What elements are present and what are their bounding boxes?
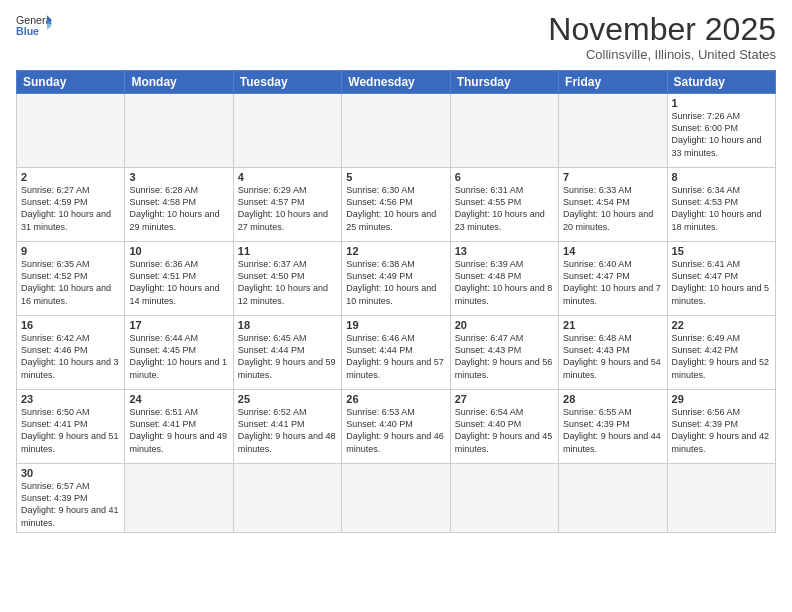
day-number: 11 xyxy=(238,245,337,257)
day-number: 28 xyxy=(563,393,662,405)
day-info: Sunrise: 6:28 AM Sunset: 4:58 PM Dayligh… xyxy=(129,184,228,233)
day-info: Sunrise: 6:37 AM Sunset: 4:50 PM Dayligh… xyxy=(238,258,337,307)
day-info: Sunrise: 6:34 AM Sunset: 4:53 PM Dayligh… xyxy=(672,184,771,233)
day-number: 26 xyxy=(346,393,445,405)
calendar-header-row: Sunday Monday Tuesday Wednesday Thursday… xyxy=(17,71,776,94)
table-row xyxy=(450,94,558,168)
day-number: 13 xyxy=(455,245,554,257)
table-row: 9Sunrise: 6:35 AM Sunset: 4:52 PM Daylig… xyxy=(17,242,125,316)
table-row: 28Sunrise: 6:55 AM Sunset: 4:39 PM Dayli… xyxy=(559,390,667,464)
table-row xyxy=(559,94,667,168)
day-info: Sunrise: 6:51 AM Sunset: 4:41 PM Dayligh… xyxy=(129,406,228,455)
day-number: 12 xyxy=(346,245,445,257)
day-info: Sunrise: 6:56 AM Sunset: 4:39 PM Dayligh… xyxy=(672,406,771,455)
table-row: 21Sunrise: 6:48 AM Sunset: 4:43 PM Dayli… xyxy=(559,316,667,390)
table-row: 18Sunrise: 6:45 AM Sunset: 4:44 PM Dayli… xyxy=(233,316,341,390)
table-row: 2Sunrise: 6:27 AM Sunset: 4:59 PM Daylig… xyxy=(17,168,125,242)
table-row: 16Sunrise: 6:42 AM Sunset: 4:46 PM Dayli… xyxy=(17,316,125,390)
day-number: 6 xyxy=(455,171,554,183)
general-blue-logo-icon: General Blue xyxy=(16,12,52,40)
table-row: 20Sunrise: 6:47 AM Sunset: 4:43 PM Dayli… xyxy=(450,316,558,390)
day-number: 8 xyxy=(672,171,771,183)
day-number: 25 xyxy=(238,393,337,405)
table-row: 1Sunrise: 7:26 AM Sunset: 6:00 PM Daylig… xyxy=(667,94,775,168)
day-info: Sunrise: 6:54 AM Sunset: 4:40 PM Dayligh… xyxy=(455,406,554,455)
calendar: Sunday Monday Tuesday Wednesday Thursday… xyxy=(16,70,776,533)
day-info: Sunrise: 6:33 AM Sunset: 4:54 PM Dayligh… xyxy=(563,184,662,233)
col-thursday: Thursday xyxy=(450,71,558,94)
day-number: 14 xyxy=(563,245,662,257)
day-number: 9 xyxy=(21,245,120,257)
table-row: 5Sunrise: 6:30 AM Sunset: 4:56 PM Daylig… xyxy=(342,168,450,242)
logo: General Blue xyxy=(16,12,52,40)
day-number: 18 xyxy=(238,319,337,331)
day-info: Sunrise: 6:29 AM Sunset: 4:57 PM Dayligh… xyxy=(238,184,337,233)
header: General Blue November 2025 Collinsville,… xyxy=(16,12,776,62)
table-row xyxy=(342,464,450,533)
table-row: 8Sunrise: 6:34 AM Sunset: 4:53 PM Daylig… xyxy=(667,168,775,242)
col-monday: Monday xyxy=(125,71,233,94)
table-row: 15Sunrise: 6:41 AM Sunset: 4:47 PM Dayli… xyxy=(667,242,775,316)
day-number: 1 xyxy=(672,97,771,109)
table-row: 25Sunrise: 6:52 AM Sunset: 4:41 PM Dayli… xyxy=(233,390,341,464)
day-number: 20 xyxy=(455,319,554,331)
table-row: 23Sunrise: 6:50 AM Sunset: 4:41 PM Dayli… xyxy=(17,390,125,464)
table-row: 10Sunrise: 6:36 AM Sunset: 4:51 PM Dayli… xyxy=(125,242,233,316)
day-number: 19 xyxy=(346,319,445,331)
day-info: Sunrise: 6:45 AM Sunset: 4:44 PM Dayligh… xyxy=(238,332,337,381)
table-row xyxy=(125,464,233,533)
day-info: Sunrise: 6:30 AM Sunset: 4:56 PM Dayligh… xyxy=(346,184,445,233)
location: Collinsville, Illinois, United States xyxy=(548,47,776,62)
col-friday: Friday xyxy=(559,71,667,94)
day-number: 27 xyxy=(455,393,554,405)
day-info: Sunrise: 6:53 AM Sunset: 4:40 PM Dayligh… xyxy=(346,406,445,455)
table-row: 17Sunrise: 6:44 AM Sunset: 4:45 PM Dayli… xyxy=(125,316,233,390)
day-info: Sunrise: 6:50 AM Sunset: 4:41 PM Dayligh… xyxy=(21,406,120,455)
table-row xyxy=(667,464,775,533)
day-info: Sunrise: 6:47 AM Sunset: 4:43 PM Dayligh… xyxy=(455,332,554,381)
col-sunday: Sunday xyxy=(17,71,125,94)
table-row: 13Sunrise: 6:39 AM Sunset: 4:48 PM Dayli… xyxy=(450,242,558,316)
table-row: 19Sunrise: 6:46 AM Sunset: 4:44 PM Dayli… xyxy=(342,316,450,390)
day-number: 3 xyxy=(129,171,228,183)
col-wednesday: Wednesday xyxy=(342,71,450,94)
table-row xyxy=(233,94,341,168)
table-row: 11Sunrise: 6:37 AM Sunset: 4:50 PM Dayli… xyxy=(233,242,341,316)
table-row: 14Sunrise: 6:40 AM Sunset: 4:47 PM Dayli… xyxy=(559,242,667,316)
col-tuesday: Tuesday xyxy=(233,71,341,94)
table-row: 26Sunrise: 6:53 AM Sunset: 4:40 PM Dayli… xyxy=(342,390,450,464)
title-block: November 2025 Collinsville, Illinois, Un… xyxy=(548,12,776,62)
day-info: Sunrise: 6:40 AM Sunset: 4:47 PM Dayligh… xyxy=(563,258,662,307)
day-number: 29 xyxy=(672,393,771,405)
day-number: 5 xyxy=(346,171,445,183)
day-info: Sunrise: 6:39 AM Sunset: 4:48 PM Dayligh… xyxy=(455,258,554,307)
day-number: 23 xyxy=(21,393,120,405)
day-info: Sunrise: 6:31 AM Sunset: 4:55 PM Dayligh… xyxy=(455,184,554,233)
day-info: Sunrise: 6:36 AM Sunset: 4:51 PM Dayligh… xyxy=(129,258,228,307)
day-number: 24 xyxy=(129,393,228,405)
table-row: 30Sunrise: 6:57 AM Sunset: 4:39 PM Dayli… xyxy=(17,464,125,533)
day-number: 21 xyxy=(563,319,662,331)
day-info: Sunrise: 6:57 AM Sunset: 4:39 PM Dayligh… xyxy=(21,480,120,529)
day-info: Sunrise: 6:38 AM Sunset: 4:49 PM Dayligh… xyxy=(346,258,445,307)
day-info: Sunrise: 6:46 AM Sunset: 4:44 PM Dayligh… xyxy=(346,332,445,381)
month-title: November 2025 xyxy=(548,12,776,47)
day-number: 17 xyxy=(129,319,228,331)
table-row: 6Sunrise: 6:31 AM Sunset: 4:55 PM Daylig… xyxy=(450,168,558,242)
day-number: 15 xyxy=(672,245,771,257)
col-saturday: Saturday xyxy=(667,71,775,94)
day-number: 7 xyxy=(563,171,662,183)
table-row xyxy=(559,464,667,533)
table-row: 12Sunrise: 6:38 AM Sunset: 4:49 PM Dayli… xyxy=(342,242,450,316)
table-row: 29Sunrise: 6:56 AM Sunset: 4:39 PM Dayli… xyxy=(667,390,775,464)
day-info: Sunrise: 6:35 AM Sunset: 4:52 PM Dayligh… xyxy=(21,258,120,307)
table-row xyxy=(125,94,233,168)
table-row: 24Sunrise: 6:51 AM Sunset: 4:41 PM Dayli… xyxy=(125,390,233,464)
day-info: Sunrise: 7:26 AM Sunset: 6:00 PM Dayligh… xyxy=(672,110,771,159)
day-info: Sunrise: 6:48 AM Sunset: 4:43 PM Dayligh… xyxy=(563,332,662,381)
table-row xyxy=(342,94,450,168)
day-info: Sunrise: 6:52 AM Sunset: 4:41 PM Dayligh… xyxy=(238,406,337,455)
table-row xyxy=(450,464,558,533)
day-info: Sunrise: 6:55 AM Sunset: 4:39 PM Dayligh… xyxy=(563,406,662,455)
day-number: 4 xyxy=(238,171,337,183)
